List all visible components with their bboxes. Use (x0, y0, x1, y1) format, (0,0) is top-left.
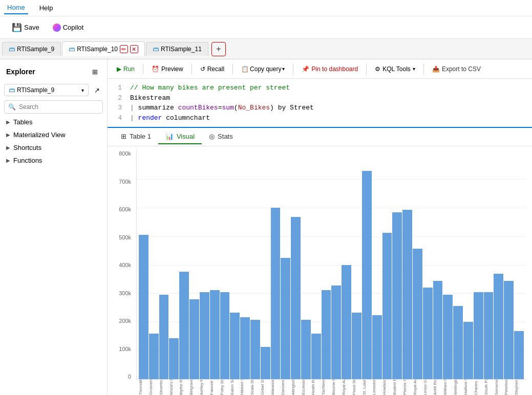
tab-rtisample11[interactable]: 🗃 RTISample_11 (146, 42, 208, 56)
chart-bar (281, 258, 290, 379)
copilot-label: Copilot (63, 24, 83, 31)
code-line-1: 1 // How many bikes are present per stre… (114, 83, 526, 93)
x-label: Belgrave Road (189, 380, 199, 395)
sidebar-item-functions[interactable]: ▶ Functions (0, 154, 107, 167)
tab-stats[interactable]: ◎ Stats (202, 129, 240, 144)
x-label: William Morris Way (443, 380, 453, 395)
chart-bar (159, 295, 169, 379)
tables-label: Tables (13, 118, 33, 126)
sidebar-title: Explorer (6, 68, 35, 76)
chart-bar (149, 334, 159, 379)
x-label: Howland Street (382, 380, 392, 395)
chevron-matview: ▶ (6, 132, 10, 138)
x-label: Halford Street (463, 380, 473, 395)
x-label: Heath Road (311, 380, 321, 395)
y-label-400k: 400k (119, 262, 131, 268)
menu-home[interactable]: Home (4, 2, 28, 14)
export-button[interactable]: 📤 Export to CSV (427, 63, 486, 75)
chart-bar (443, 295, 453, 379)
tab-db-icon2: 🗃 (69, 46, 75, 53)
sidebar-item-tables[interactable]: ▶ Tables (0, 116, 107, 128)
line-num-4: 4 (114, 113, 122, 123)
y-label-700k: 700k (119, 179, 131, 185)
chart-bar (220, 292, 230, 379)
sidebar-item-materialized-view[interactable]: ▶ Materialized View (0, 128, 107, 141)
chart-bar (169, 338, 179, 379)
separator4 (293, 64, 293, 74)
chart-icon: 📊 (165, 133, 174, 140)
x-label: St. Luke's ...hurch (362, 380, 372, 395)
copilot-button[interactable]: Copilot (47, 20, 89, 35)
sidebar-item-shortcuts[interactable]: ▶ Shortcuts (0, 141, 107, 154)
preview-button[interactable]: ⏰ Preview (146, 63, 188, 75)
tab-table1-label: Table 1 (130, 133, 151, 140)
external-link-icon[interactable]: ↗ (91, 84, 103, 96)
tab-close-icon[interactable]: ✕ (130, 45, 138, 53)
tab-rtisample9[interactable]: 🗃 RTISample_9 (2, 42, 61, 56)
code-editor[interactable]: 1 // How many bikes are present per stre… (108, 79, 532, 128)
code-content-2: Bikestream (130, 93, 170, 103)
sidebar-db-selector[interactable]: 🗃 RTISample_9 ▾ (4, 84, 89, 96)
chevron-functions: ▶ (6, 158, 10, 163)
x-label: Wellington Street (453, 380, 463, 395)
separator2 (191, 64, 192, 74)
chart-bar (352, 313, 361, 379)
save-button[interactable]: 💾 Save (6, 19, 45, 35)
x-label: Union Grove (423, 380, 433, 395)
x-label: Silverthorne Road (159, 380, 168, 395)
code-line-2: 2 Bikestream (114, 93, 526, 103)
chart-bar (453, 306, 463, 379)
x-labels: Thorndike C...Grosvenor CrescentSilverth… (136, 380, 526, 395)
sidebar-expand-button[interactable]: ⊞ (89, 65, 101, 78)
db-icon: 🗃 (9, 86, 15, 94)
tab-edit-icon[interactable]: ✏ (120, 45, 128, 53)
x-label: Royal Avenue 2 (342, 380, 351, 395)
chart-bar (301, 320, 311, 379)
sidebar: Explorer ⊞ 🗃 RTISample_9 ▾ ↗ 🔍 ▶ Tables … (0, 59, 108, 395)
run-button[interactable]: ▶ Run (112, 63, 140, 75)
bottom-tabs: ⊞ Table 1 📊 Visual ◎ Stats (108, 128, 532, 146)
x-label: Peterborough Road (504, 380, 514, 395)
tab-table1[interactable]: ⊞ Table 1 (114, 129, 158, 144)
editor-toolbar: ▶ Run ⏰ Preview ↺ Recall 📋 Copy query ▾ … (108, 59, 532, 79)
y-axis: 800k 700k 600k 500k 400k 300k 200k 100k … (114, 150, 134, 380)
copilot-icon (53, 24, 61, 32)
x-label: Fawcett Close (209, 380, 219, 395)
x-label: Flood Street (352, 380, 361, 395)
copy-query-label: Copy query (250, 65, 281, 73)
chart-bar (291, 217, 301, 379)
pin-dashboard-button[interactable]: 📌 Pin to dashboard (296, 63, 363, 75)
y-label-300k: 300k (119, 290, 131, 296)
code-content-4: | render columnchart (130, 113, 210, 123)
stats-icon: ◎ (209, 133, 215, 140)
tab-visual[interactable]: 📊 Visual (158, 129, 202, 144)
chart-bar (139, 235, 148, 379)
x-label: Hibbert Street (240, 380, 249, 395)
save-label: Save (24, 24, 39, 31)
menu-help[interactable]: Help (36, 2, 56, 14)
add-tab-button[interactable]: + (211, 42, 226, 56)
x-label: Budest Road (392, 380, 402, 395)
chart-area: 800k 700k 600k 500k 400k 300k 200k 100k … (108, 146, 532, 395)
chart-bar (261, 347, 270, 379)
chart-bar (504, 281, 514, 379)
code-line-3: 3 | summarize countBikes=sum(No_Bikes) b… (114, 103, 526, 113)
chart-bar (433, 281, 443, 379)
line-num-1: 1 (114, 83, 122, 93)
chart-bar (392, 212, 402, 379)
line-num-3: 3 (114, 103, 122, 113)
search-input[interactable] (4, 100, 103, 114)
tab-rtisample10[interactable]: 🗃 RTISample_10 ✏ ✕ (62, 41, 145, 56)
x-label: World's End Place (169, 380, 179, 395)
main-layout: Explorer ⊞ 🗃 RTISample_9 ▾ ↗ 🔍 ▶ Tables … (0, 59, 532, 395)
kql-tools-button[interactable]: ⚙ KQL Tools ▾ (370, 63, 420, 75)
chart-bar (423, 288, 433, 379)
x-label: Eccleston Place (301, 380, 311, 395)
recall-button[interactable]: ↺ Recall (195, 63, 229, 75)
x-label: Eaton Square (South) (230, 380, 240, 395)
chevron-copy-icon: ▾ (282, 66, 285, 72)
x-label: Scala Street (250, 380, 260, 395)
tab-stats-label: Stats (218, 133, 233, 140)
copy-query-button[interactable]: 📋 Copy query ▾ (236, 63, 290, 75)
y-label-600k: 600k (119, 206, 131, 212)
